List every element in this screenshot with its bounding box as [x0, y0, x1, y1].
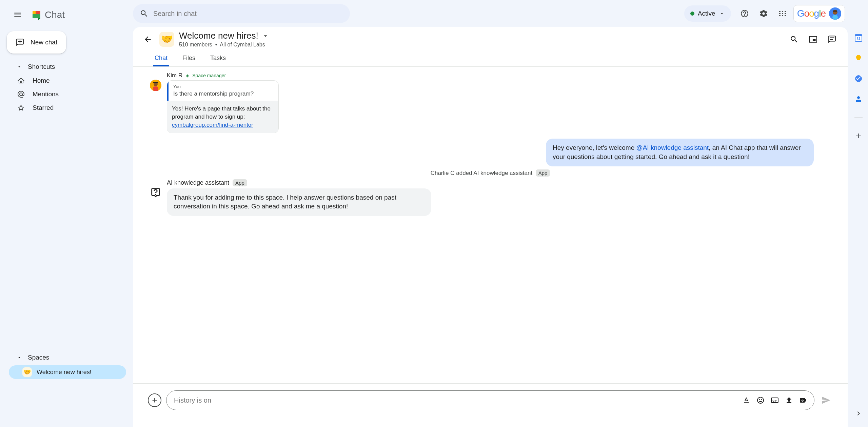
plus-icon	[151, 396, 158, 404]
starred-icon	[17, 104, 25, 112]
ai-mention[interactable]: @AI knowledge assistant	[636, 144, 709, 151]
ai-avatar	[150, 187, 161, 198]
new-chat-button[interactable]: New chat	[7, 31, 66, 54]
chat-logo: Chat	[27, 8, 65, 22]
upload-button[interactable]	[783, 394, 795, 406]
shortcuts-header[interactable]: Shortcuts	[0, 60, 133, 74]
svg-rect-7	[153, 82, 158, 83]
format-button[interactable]	[740, 394, 752, 406]
message-ai: AI knowledge assistant App Thank you for…	[150, 179, 831, 216]
svg-text:GIF: GIF	[772, 399, 777, 402]
emoji-icon	[756, 396, 765, 404]
sidebar-item-starred[interactable]: Starred	[0, 101, 126, 115]
user-avatar[interactable]	[829, 7, 841, 20]
sidebar-item-label: Home	[33, 77, 50, 84]
message-kim: Kim R ◈ Space manager You Is there a men…	[150, 72, 831, 133]
pip-button[interactable]	[806, 32, 821, 47]
chevron-down-icon	[719, 11, 725, 17]
thread-panel-button[interactable]	[825, 32, 840, 47]
chevron-down-icon	[17, 355, 22, 360]
search-in-space-button[interactable]	[787, 32, 802, 47]
chat-panel: 🤝 Welcome new hires! 510 members • All o…	[133, 27, 848, 427]
search-box[interactable]	[133, 4, 350, 23]
main-column: Active Google	[133, 0, 849, 427]
handshake-icon: 🤝	[22, 367, 32, 377]
settings-button[interactable]	[755, 5, 772, 22]
space-avatar: 🤝	[159, 32, 174, 47]
side-panel-toggle[interactable]	[852, 407, 865, 420]
pip-icon	[809, 35, 817, 44]
contacts-app-icon[interactable]	[854, 95, 863, 103]
add-button[interactable]	[148, 393, 161, 407]
gif-button[interactable]: GIF	[769, 394, 781, 406]
composer: GIF	[133, 384, 848, 427]
quoted-reply: You Is there a mentorship program? Yes! …	[167, 80, 279, 133]
svg-rect-6	[153, 86, 158, 91]
main-menu-button[interactable]	[9, 7, 26, 23]
kim-avatar	[150, 80, 161, 91]
search-input[interactable]	[153, 10, 343, 18]
space-title: Welcome new hires!	[179, 30, 258, 41]
calendar-app-icon[interactable]: 31	[854, 34, 863, 42]
send-button[interactable]	[819, 393, 833, 407]
keep-app-icon[interactable]	[854, 54, 863, 62]
spaces-section: Spaces 🤝 Welcome new hires!	[0, 350, 133, 427]
quote-text: Is there a mentorship program?	[173, 90, 274, 97]
tasks-app-icon[interactable]	[854, 75, 863, 83]
tab-files[interactable]: Files	[181, 50, 197, 66]
system-event: Charlie C added AI knowledge assistant A…	[150, 170, 831, 177]
gear-icon	[759, 9, 768, 18]
help-button[interactable]	[736, 5, 753, 22]
arrow-left-icon	[143, 35, 152, 44]
new-chat-icon	[16, 38, 24, 47]
top-icons: Google	[736, 5, 845, 22]
video-button[interactable]	[797, 394, 809, 406]
space-subtitle: 510 members • All of Cymbal Labs	[179, 42, 269, 48]
left-sidebar: Chat New chat Shortcuts Home Mentions St…	[0, 0, 133, 427]
header-actions	[787, 32, 840, 47]
reply-body: Yes! Here's a page that talks about the …	[167, 101, 278, 133]
google-account[interactable]: Google	[793, 5, 845, 22]
rail-divider	[854, 117, 863, 118]
search-icon	[790, 35, 798, 44]
apps-grid-icon	[778, 9, 787, 18]
sidebar-item-label: Mentions	[33, 90, 59, 98]
chevron-down-icon	[17, 64, 22, 69]
top-bar-left: Chat	[0, 4, 133, 26]
tab-tasks[interactable]: Tasks	[209, 50, 227, 66]
messages-area: Kim R ◈ Space manager You Is there a men…	[133, 67, 848, 383]
sender-role: Space manager	[192, 73, 226, 78]
chevron-down-icon[interactable]	[262, 32, 269, 40]
reply-link[interactable]: cymbalgroup.com/find-a-mentor	[172, 122, 253, 128]
svg-rect-2	[832, 15, 838, 20]
compose-input-wrapper[interactable]: GIF	[166, 390, 814, 410]
ai-sender-name: AI knowledge assistant	[167, 179, 229, 186]
back-button[interactable]	[141, 33, 155, 46]
thread-icon	[828, 35, 836, 44]
right-side-panel: 31	[849, 0, 868, 427]
space-item-welcome-new-hires[interactable]: 🤝 Welcome new hires!	[9, 365, 126, 379]
format-icon	[742, 396, 750, 404]
tab-chat[interactable]: Chat	[153, 50, 169, 66]
send-icon	[821, 395, 831, 405]
app-name: Chat	[45, 9, 65, 20]
gif-icon: GIF	[771, 396, 779, 404]
status-label: Active	[698, 10, 715, 17]
upload-icon	[785, 396, 793, 404]
svg-rect-12	[855, 35, 862, 36]
sender-name: Kim R	[167, 72, 182, 79]
sidebar-item-home[interactable]: Home	[0, 74, 126, 87]
spaces-header[interactable]: Spaces	[0, 350, 133, 365]
ai-message-body: Thank you for adding me to this space. I…	[167, 188, 431, 216]
sidebar-item-mentions[interactable]: Mentions	[0, 87, 126, 101]
mentions-icon	[17, 90, 25, 98]
compose-input[interactable]	[174, 396, 738, 404]
search-icon	[140, 9, 149, 18]
emoji-button[interactable]	[754, 394, 767, 406]
get-addons-button[interactable]	[854, 132, 863, 140]
sidebar-item-label: Starred	[33, 104, 54, 111]
status-chip[interactable]: Active	[684, 5, 731, 22]
new-chat-label: New chat	[31, 39, 57, 46]
apps-button[interactable]	[774, 5, 791, 22]
home-icon	[17, 77, 25, 85]
